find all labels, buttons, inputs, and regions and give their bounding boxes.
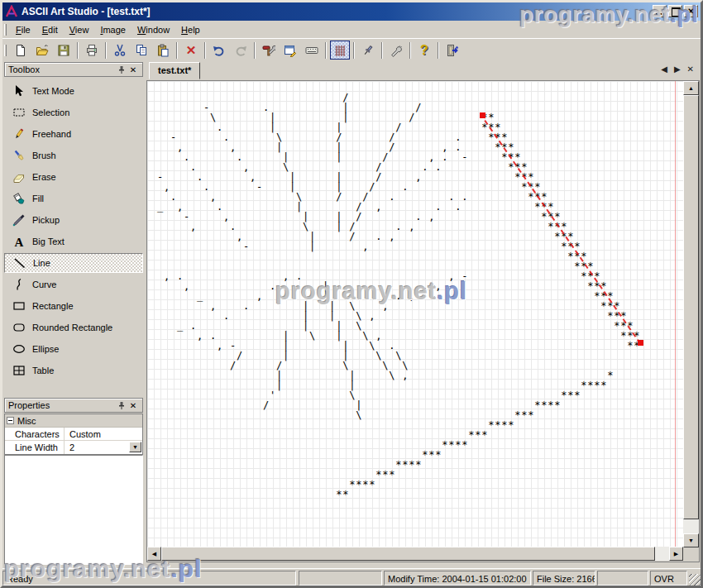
status-file-size: File Size: 2166 <box>533 571 595 586</box>
print-button[interactable] <box>82 41 102 60</box>
property-row-line-width[interactable]: Line Width 2 ▼ <box>5 441 142 454</box>
menu-edit[interactable]: Edit <box>36 22 64 37</box>
tool-rectangle[interactable]: Rectangle <box>4 296 143 316</box>
save-button[interactable] <box>54 41 74 60</box>
menu-window[interactable]: Window <box>132 22 175 37</box>
tool-table[interactable]: Table <box>4 361 143 380</box>
property-row-characters[interactable]: Characters Custom <box>5 428 142 441</box>
line-icon <box>13 256 26 270</box>
save-icon <box>57 44 70 57</box>
minimize-button[interactable] <box>653 5 667 17</box>
line-endpoint-handle[interactable] <box>480 112 485 118</box>
collapse-icon[interactable] <box>7 417 14 424</box>
properties-button[interactable] <box>280 41 300 60</box>
canvas-frame: / - . | / \ | | / ** . | | / *** - . \ /… <box>146 80 700 562</box>
properties-empty-area <box>4 455 143 565</box>
tool-label: Selection <box>32 108 69 117</box>
tab-test-txt[interactable]: test.txt* <box>149 62 200 79</box>
drawing-canvas[interactable]: / - . | / \ | | / ** . | | / *** - . \ /… <box>147 81 683 547</box>
menu-file[interactable]: File <box>10 22 36 37</box>
svg-text:A: A <box>15 236 24 249</box>
exit-button[interactable] <box>442 41 462 60</box>
dropdown-button[interactable]: ▼ <box>129 442 141 452</box>
title-bar[interactable]: ASCII Art Studio - [test.txt*] <box>2 2 701 21</box>
group-label: Misc <box>17 416 36 426</box>
scroll-up-button[interactable]: ▲ <box>683 81 699 95</box>
toolbar-separator <box>254 42 256 59</box>
tool-ellipse[interactable]: Ellipse <box>4 339 143 359</box>
horizontal-scroll-thumb[interactable] <box>161 547 655 561</box>
tool-brush[interactable]: Brush <box>4 146 143 165</box>
tool-line[interactable]: Line <box>4 253 143 273</box>
menu-grip[interactable] <box>4 24 7 36</box>
properties-close-button[interactable]: ✕ <box>127 400 139 411</box>
paste-button[interactable] <box>153 41 173 60</box>
toolbar-separator <box>353 42 355 59</box>
resize-grip[interactable] <box>689 574 701 586</box>
property-value[interactable]: 2 ▼ <box>65 441 142 454</box>
grid-toggle-button[interactable] <box>330 41 350 60</box>
tool-rounded-rectangle[interactable]: Rounded Rectangle <box>4 318 143 337</box>
undo-button[interactable] <box>209 41 229 60</box>
maximize-button[interactable] <box>668 5 682 17</box>
properties-pin-button[interactable] <box>116 400 127 411</box>
help-button[interactable]: ? <box>414 41 434 60</box>
vertical-scroll-thumb[interactable] <box>683 95 699 519</box>
tool-text-mode[interactable]: Text Mode <box>4 81 143 101</box>
tool-fill[interactable]: Fill <box>4 189 143 208</box>
scroll-left-button[interactable]: ◀ <box>147 547 161 561</box>
undo-icon <box>213 44 226 57</box>
menu-image[interactable]: Image <box>94 22 132 37</box>
scroll-right-button[interactable]: ▶ <box>669 547 683 561</box>
toolbox-close-button[interactable]: ✕ <box>127 65 139 75</box>
toolbar-separator <box>176 42 178 59</box>
line-endpoint-handle[interactable] <box>638 340 643 346</box>
properties-group-misc[interactable]: Misc <box>5 414 142 428</box>
close-button[interactable] <box>684 5 698 17</box>
tool-label: Freehand <box>32 129 71 139</box>
horizontal-scrollbar[interactable]: ◀ ▶ <box>147 547 683 561</box>
pin-icon <box>361 44 375 57</box>
menu-bar: File Edit View Image Window Help <box>2 21 701 38</box>
properties-title: Properties <box>8 400 116 410</box>
tool-curve[interactable]: Curve <box>4 275 143 294</box>
menu-help[interactable]: Help <box>175 22 206 37</box>
new-button[interactable] <box>11 41 31 60</box>
tab-scroll-right-button[interactable]: ▶ <box>674 65 681 74</box>
wrench-button[interactable] <box>386 41 406 60</box>
cursor-arrow-icon <box>12 84 26 98</box>
scroll-down-button[interactable]: ▼ <box>683 533 699 547</box>
new-icon <box>14 44 27 57</box>
keyboard-icon <box>305 44 318 57</box>
paint-bucket-icon <box>12 192 26 205</box>
tool-big-text[interactable]: ABig Text <box>4 232 143 251</box>
status-empty-1 <box>299 571 382 586</box>
tab-close-button[interactable]: ✕ <box>687 65 694 74</box>
tool-freehand[interactable]: Freehand <box>4 124 143 144</box>
property-name: Line Width <box>5 441 65 454</box>
delete-button[interactable]: ✕ <box>181 41 201 60</box>
keyboard-button[interactable] <box>302 41 322 60</box>
pin-button[interactable] <box>358 41 378 60</box>
redo-button[interactable] <box>231 41 251 60</box>
properties-icon <box>284 44 297 57</box>
toolbar-grip[interactable] <box>4 45 7 56</box>
tool-erase[interactable]: Erase <box>4 167 143 187</box>
toolbox-pin-button[interactable] <box>116 65 127 75</box>
grid-icon <box>333 44 347 57</box>
tool-selection[interactable]: Selection <box>4 103 143 122</box>
status-ovr: OVR <box>650 571 687 586</box>
tool-label: Pickup <box>32 215 60 225</box>
menu-view[interactable]: View <box>64 22 95 37</box>
toolbox-title: Toolbox <box>8 65 116 74</box>
open-button[interactable] <box>32 41 52 60</box>
toolbox-header: Toolbox ✕ <box>4 62 143 77</box>
vertical-scrollbar[interactable]: ▲ ▼ <box>683 81 699 547</box>
tab-scroll-left-button[interactable]: ◀ <box>661 65 667 74</box>
cut-button[interactable] <box>110 41 130 60</box>
copy-button[interactable] <box>132 41 151 60</box>
tool-label: Text Mode <box>32 86 74 96</box>
tools-button[interactable] <box>259 41 279 60</box>
property-value[interactable]: Custom <box>65 428 142 440</box>
tool-pickup[interactable]: Pickup <box>4 210 143 230</box>
